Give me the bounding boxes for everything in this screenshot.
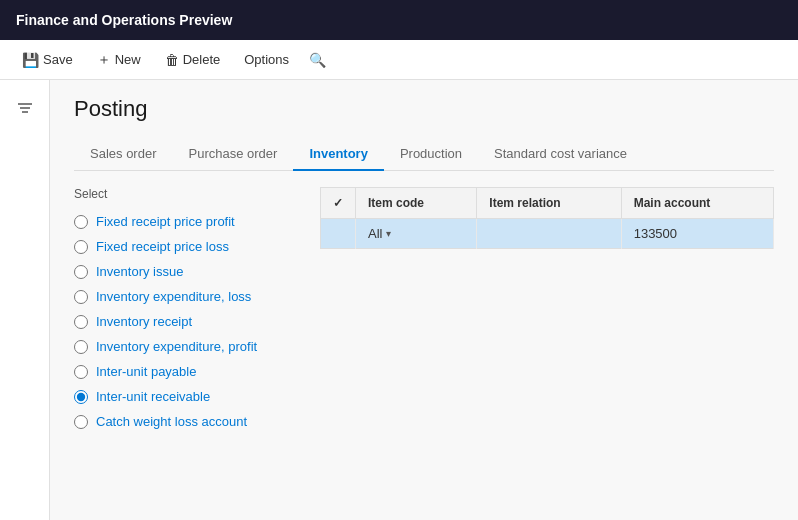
row-item-relation[interactable] (477, 219, 621, 249)
options-panel: Select Fixed receipt price profitFixed r… (74, 187, 304, 434)
tab-sales-order[interactable]: Sales order (74, 138, 172, 171)
main-layout: Posting Sales order Purchase order Inven… (0, 80, 798, 520)
radio-opt4[interactable] (74, 290, 88, 304)
toolbar: 💾 Save ＋ New 🗑 Delete Options 🔍 (0, 40, 798, 80)
radio-item-opt9[interactable]: Catch weight loss account (74, 409, 304, 434)
delete-icon: 🗑 (165, 52, 179, 68)
save-button[interactable]: 💾 Save (12, 47, 83, 73)
radio-opt7[interactable] (74, 365, 88, 379)
col-check: ✓ (321, 188, 356, 219)
sidebar (0, 80, 50, 520)
radio-label-opt6: Inventory expenditure, profit (96, 339, 257, 354)
filter-icon[interactable] (7, 90, 43, 126)
select-label: Select (74, 187, 304, 201)
table-area: ✓ Item code Item relation Main account (320, 187, 774, 434)
delete-label: Delete (183, 52, 221, 67)
new-icon: ＋ (97, 51, 111, 69)
radio-opt5[interactable] (74, 315, 88, 329)
radio-item-opt1[interactable]: Fixed receipt price profit (74, 209, 304, 234)
app-title: Finance and Operations Preview (16, 12, 232, 28)
tab-production[interactable]: Production (384, 138, 478, 171)
page-title: Posting (74, 96, 774, 122)
radio-item-opt2[interactable]: Fixed receipt price loss (74, 234, 304, 259)
radio-label-opt7: Inter-unit payable (96, 364, 196, 379)
table-row[interactable]: All▾133500 (321, 219, 774, 249)
radio-item-opt8[interactable]: Inter-unit receivable (74, 384, 304, 409)
tab-standard-cost-variance[interactable]: Standard cost variance (478, 138, 643, 171)
checkmark-icon: ✓ (333, 196, 343, 210)
radio-opt8[interactable] (74, 390, 88, 404)
radio-item-opt4[interactable]: Inventory expenditure, loss (74, 284, 304, 309)
content-area: Posting Sales order Purchase order Inven… (50, 80, 798, 520)
col-main-account: Main account (621, 188, 773, 219)
posting-table: ✓ Item code Item relation Main account (320, 187, 774, 249)
radio-opt9[interactable] (74, 415, 88, 429)
save-label: Save (43, 52, 73, 67)
radio-item-opt3[interactable]: Inventory issue (74, 259, 304, 284)
row-item-code[interactable]: All▾ (356, 219, 477, 249)
tab-purchase-order[interactable]: Purchase order (172, 138, 293, 171)
search-button[interactable]: 🔍 (303, 46, 331, 74)
options-label: Options (244, 52, 289, 67)
radio-label-opt9: Catch weight loss account (96, 414, 247, 429)
save-icon: 💾 (22, 52, 39, 68)
table-header-row: ✓ Item code Item relation Main account (321, 188, 774, 219)
item-code-value: All (368, 226, 382, 241)
radio-label-opt5: Inventory receipt (96, 314, 192, 329)
radio-item-opt7[interactable]: Inter-unit payable (74, 359, 304, 384)
radio-opt3[interactable] (74, 265, 88, 279)
radio-opt6[interactable] (74, 340, 88, 354)
two-col-layout: Select Fixed receipt price profitFixed r… (74, 187, 774, 434)
new-label: New (115, 52, 141, 67)
col-item-relation: Item relation (477, 188, 621, 219)
radio-label-opt3: Inventory issue (96, 264, 183, 279)
radio-label-opt1: Fixed receipt price profit (96, 214, 235, 229)
tabs-bar: Sales order Purchase order Inventory Pro… (74, 138, 774, 171)
radio-item-opt6[interactable]: Inventory expenditure, profit (74, 334, 304, 359)
radio-label-opt8: Inter-unit receivable (96, 389, 210, 404)
row-check-col (321, 219, 356, 249)
search-icon: 🔍 (309, 52, 326, 68)
radio-label-opt4: Inventory expenditure, loss (96, 289, 251, 304)
item-code-dropdown[interactable]: ▾ (386, 228, 391, 239)
radio-opt1[interactable] (74, 215, 88, 229)
options-button[interactable]: Options (234, 47, 299, 72)
row-main-account: 133500 (621, 219, 773, 249)
delete-button[interactable]: 🗑 Delete (155, 47, 231, 73)
top-bar: Finance and Operations Preview (0, 0, 798, 40)
new-button[interactable]: ＋ New (87, 46, 151, 74)
radio-opt2[interactable] (74, 240, 88, 254)
col-item-code: Item code (356, 188, 477, 219)
radio-item-opt5[interactable]: Inventory receipt (74, 309, 304, 334)
tab-inventory[interactable]: Inventory (293, 138, 384, 171)
radio-label-opt2: Fixed receipt price loss (96, 239, 229, 254)
